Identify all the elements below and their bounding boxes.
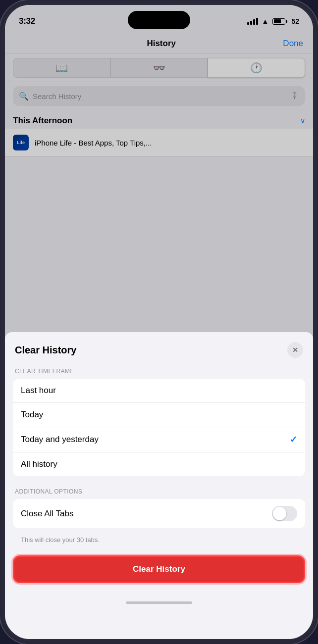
selected-checkmark: ✓ xyxy=(290,434,297,445)
close-tabs-label: Close All Tabs xyxy=(21,509,73,519)
home-indicator xyxy=(5,595,313,612)
clear-history-modal: Clear History ✕ CLEAR TIMEFRAME Last hou… xyxy=(5,332,313,639)
toggle-knob xyxy=(273,507,286,520)
clear-button-wrap: Clear History xyxy=(5,551,313,595)
close-tabs-hint: This will close your 30 tabs. xyxy=(5,536,313,551)
option-today[interactable]: Today xyxy=(13,403,305,427)
phone-frame: 3:32 ▲ 52 xyxy=(0,0,318,644)
timeframe-label: CLEAR TIMEFRAME xyxy=(5,368,313,379)
option-last-hour[interactable]: Last hour xyxy=(13,379,305,403)
close-tabs-toggle[interactable] xyxy=(272,506,297,521)
close-all-tabs-row: Close All Tabs xyxy=(13,499,305,528)
option-label-last-hour: Last hour xyxy=(21,386,56,396)
screen: 3:32 ▲ 52 xyxy=(5,5,313,639)
option-label-today-yesterday: Today and yesterday xyxy=(21,435,99,445)
option-all-history[interactable]: All history xyxy=(13,452,305,476)
home-bar xyxy=(126,601,192,604)
timeframe-options-group: Last hour Today Today and yesterday ✓ Al… xyxy=(13,379,305,476)
additional-options-group: Close All Tabs xyxy=(13,499,305,528)
option-label-all-history: All history xyxy=(21,459,57,469)
clear-history-label: Clear History xyxy=(133,564,185,574)
option-today-yesterday[interactable]: Today and yesterday ✓ xyxy=(13,427,305,452)
modal-title: Clear History xyxy=(15,345,77,356)
modal-header: Clear History ✕ xyxy=(5,332,313,358)
option-label-today: Today xyxy=(21,410,43,420)
close-icon: ✕ xyxy=(292,346,298,354)
modal-overlay: Clear History ✕ CLEAR TIMEFRAME Last hou… xyxy=(5,5,313,639)
modal-close-button[interactable]: ✕ xyxy=(287,342,303,358)
clear-history-button[interactable]: Clear History xyxy=(13,555,305,583)
additional-options-label: ADDITIONAL OPTIONS xyxy=(5,488,313,499)
